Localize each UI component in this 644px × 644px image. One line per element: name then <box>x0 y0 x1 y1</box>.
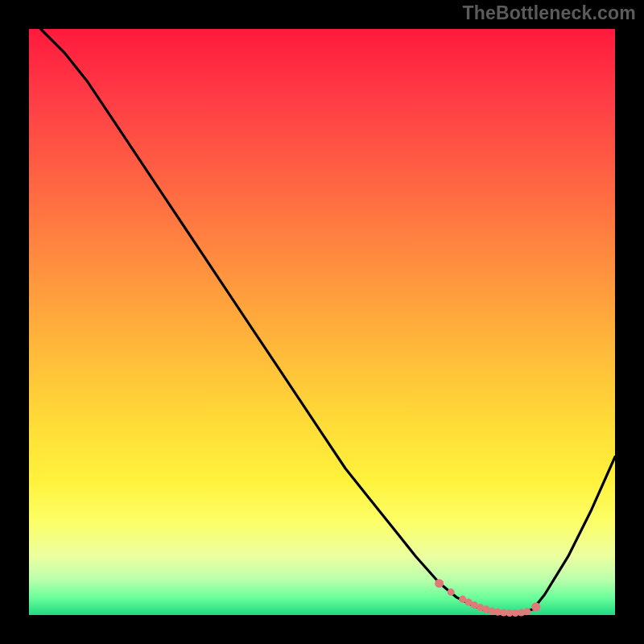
near-minimum-markers <box>435 579 540 617</box>
chart-frame: TheBottleneck.com <box>0 0 644 644</box>
curve-layer <box>29 29 615 615</box>
watermark-text: TheBottleneck.com <box>462 2 636 24</box>
bottleneck-curve <box>41 29 615 613</box>
marker-dot <box>448 588 455 596</box>
marker-dot <box>531 602 540 611</box>
marker-dot <box>523 608 530 615</box>
marker-dot <box>435 579 444 588</box>
